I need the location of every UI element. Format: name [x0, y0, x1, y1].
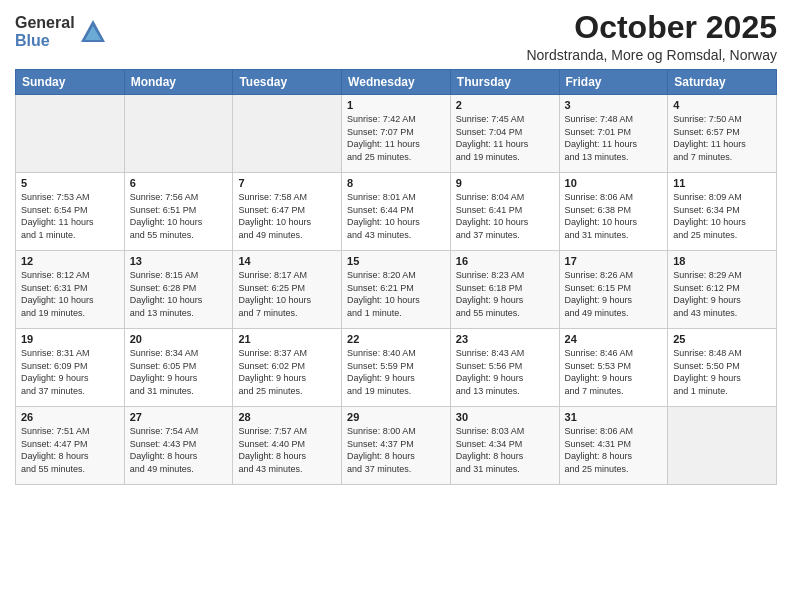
cell-content: Sunrise: 8:40 AM Sunset: 5:59 PM Dayligh… [347, 347, 445, 397]
cell-content: Sunrise: 7:51 AM Sunset: 4:47 PM Dayligh… [21, 425, 119, 475]
calendar-cell: 12Sunrise: 8:12 AM Sunset: 6:31 PM Dayli… [16, 251, 125, 329]
location-title: Nordstranda, More og Romsdal, Norway [526, 47, 777, 63]
day-number: 3 [565, 99, 663, 111]
cell-content: Sunrise: 8:26 AM Sunset: 6:15 PM Dayligh… [565, 269, 663, 319]
calendar-cell: 10Sunrise: 8:06 AM Sunset: 6:38 PM Dayli… [559, 173, 668, 251]
calendar-header: SundayMondayTuesdayWednesdayThursdayFrid… [16, 70, 777, 95]
day-number: 8 [347, 177, 445, 189]
day-number: 7 [238, 177, 336, 189]
cell-content: Sunrise: 7:56 AM Sunset: 6:51 PM Dayligh… [130, 191, 228, 241]
day-number: 9 [456, 177, 554, 189]
col-header-tuesday: Tuesday [233, 70, 342, 95]
cell-content: Sunrise: 7:45 AM Sunset: 7:04 PM Dayligh… [456, 113, 554, 163]
calendar-cell: 5Sunrise: 7:53 AM Sunset: 6:54 PM Daylig… [16, 173, 125, 251]
calendar-cell: 6Sunrise: 7:56 AM Sunset: 6:51 PM Daylig… [124, 173, 233, 251]
day-number: 31 [565, 411, 663, 423]
cell-content: Sunrise: 8:48 AM Sunset: 5:50 PM Dayligh… [673, 347, 771, 397]
day-number: 24 [565, 333, 663, 345]
day-number: 16 [456, 255, 554, 267]
week-row-3: 12Sunrise: 8:12 AM Sunset: 6:31 PM Dayli… [16, 251, 777, 329]
cell-content: Sunrise: 8:00 AM Sunset: 4:37 PM Dayligh… [347, 425, 445, 475]
month-title: October 2025 [526, 10, 777, 45]
day-number: 17 [565, 255, 663, 267]
calendar-cell: 2Sunrise: 7:45 AM Sunset: 7:04 PM Daylig… [450, 95, 559, 173]
cell-content: Sunrise: 7:42 AM Sunset: 7:07 PM Dayligh… [347, 113, 445, 163]
day-number: 23 [456, 333, 554, 345]
calendar-cell: 1Sunrise: 7:42 AM Sunset: 7:07 PM Daylig… [342, 95, 451, 173]
cell-content: Sunrise: 8:23 AM Sunset: 6:18 PM Dayligh… [456, 269, 554, 319]
cell-content: Sunrise: 8:43 AM Sunset: 5:56 PM Dayligh… [456, 347, 554, 397]
day-number: 28 [238, 411, 336, 423]
cell-content: Sunrise: 8:09 AM Sunset: 6:34 PM Dayligh… [673, 191, 771, 241]
cell-content: Sunrise: 7:48 AM Sunset: 7:01 PM Dayligh… [565, 113, 663, 163]
day-number: 21 [238, 333, 336, 345]
day-number: 2 [456, 99, 554, 111]
calendar-cell: 20Sunrise: 8:34 AM Sunset: 6:05 PM Dayli… [124, 329, 233, 407]
calendar-cell: 19Sunrise: 8:31 AM Sunset: 6:09 PM Dayli… [16, 329, 125, 407]
day-number: 30 [456, 411, 554, 423]
day-number: 29 [347, 411, 445, 423]
col-header-friday: Friday [559, 70, 668, 95]
logo-general-text: General [15, 14, 75, 32]
calendar-cell [16, 95, 125, 173]
cell-content: Sunrise: 8:03 AM Sunset: 4:34 PM Dayligh… [456, 425, 554, 475]
day-number: 27 [130, 411, 228, 423]
calendar-cell: 14Sunrise: 8:17 AM Sunset: 6:25 PM Dayli… [233, 251, 342, 329]
calendar-cell [124, 95, 233, 173]
day-number: 14 [238, 255, 336, 267]
calendar-cell [668, 407, 777, 485]
calendar-cell: 3Sunrise: 7:48 AM Sunset: 7:01 PM Daylig… [559, 95, 668, 173]
cell-content: Sunrise: 8:12 AM Sunset: 6:31 PM Dayligh… [21, 269, 119, 319]
logo: General Blue [15, 14, 107, 49]
week-row-2: 5Sunrise: 7:53 AM Sunset: 6:54 PM Daylig… [16, 173, 777, 251]
cell-content: Sunrise: 8:31 AM Sunset: 6:09 PM Dayligh… [21, 347, 119, 397]
calendar-cell: 28Sunrise: 7:57 AM Sunset: 4:40 PM Dayli… [233, 407, 342, 485]
calendar-cell: 17Sunrise: 8:26 AM Sunset: 6:15 PM Dayli… [559, 251, 668, 329]
day-number: 19 [21, 333, 119, 345]
calendar-cell: 30Sunrise: 8:03 AM Sunset: 4:34 PM Dayli… [450, 407, 559, 485]
cell-content: Sunrise: 7:50 AM Sunset: 6:57 PM Dayligh… [673, 113, 771, 163]
col-header-thursday: Thursday [450, 70, 559, 95]
calendar-cell: 16Sunrise: 8:23 AM Sunset: 6:18 PM Dayli… [450, 251, 559, 329]
col-header-wednesday: Wednesday [342, 70, 451, 95]
calendar-cell: 13Sunrise: 8:15 AM Sunset: 6:28 PM Dayli… [124, 251, 233, 329]
calendar-cell: 24Sunrise: 8:46 AM Sunset: 5:53 PM Dayli… [559, 329, 668, 407]
col-header-sunday: Sunday [16, 70, 125, 95]
calendar-cell: 25Sunrise: 8:48 AM Sunset: 5:50 PM Dayli… [668, 329, 777, 407]
day-number: 13 [130, 255, 228, 267]
cell-content: Sunrise: 7:54 AM Sunset: 4:43 PM Dayligh… [130, 425, 228, 475]
calendar-body: 1Sunrise: 7:42 AM Sunset: 7:07 PM Daylig… [16, 95, 777, 485]
header: General Blue October 2025 Nordstranda, M… [15, 10, 777, 63]
day-number: 6 [130, 177, 228, 189]
calendar-cell: 8Sunrise: 8:01 AM Sunset: 6:44 PM Daylig… [342, 173, 451, 251]
day-number: 10 [565, 177, 663, 189]
cell-content: Sunrise: 8:29 AM Sunset: 6:12 PM Dayligh… [673, 269, 771, 319]
cell-content: Sunrise: 8:17 AM Sunset: 6:25 PM Dayligh… [238, 269, 336, 319]
day-number: 1 [347, 99, 445, 111]
week-row-1: 1Sunrise: 7:42 AM Sunset: 7:07 PM Daylig… [16, 95, 777, 173]
cell-content: Sunrise: 7:53 AM Sunset: 6:54 PM Dayligh… [21, 191, 119, 241]
col-header-saturday: Saturday [668, 70, 777, 95]
col-header-monday: Monday [124, 70, 233, 95]
day-number: 26 [21, 411, 119, 423]
cell-content: Sunrise: 8:04 AM Sunset: 6:41 PM Dayligh… [456, 191, 554, 241]
day-number: 5 [21, 177, 119, 189]
cell-content: Sunrise: 7:58 AM Sunset: 6:47 PM Dayligh… [238, 191, 336, 241]
calendar-cell: 15Sunrise: 8:20 AM Sunset: 6:21 PM Dayli… [342, 251, 451, 329]
day-number: 18 [673, 255, 771, 267]
cell-content: Sunrise: 8:06 AM Sunset: 4:31 PM Dayligh… [565, 425, 663, 475]
day-number: 4 [673, 99, 771, 111]
calendar-cell: 23Sunrise: 8:43 AM Sunset: 5:56 PM Dayli… [450, 329, 559, 407]
calendar-cell: 22Sunrise: 8:40 AM Sunset: 5:59 PM Dayli… [342, 329, 451, 407]
day-number: 12 [21, 255, 119, 267]
cell-content: Sunrise: 8:37 AM Sunset: 6:02 PM Dayligh… [238, 347, 336, 397]
calendar-cell: 4Sunrise: 7:50 AM Sunset: 6:57 PM Daylig… [668, 95, 777, 173]
calendar-cell: 18Sunrise: 8:29 AM Sunset: 6:12 PM Dayli… [668, 251, 777, 329]
calendar-cell [233, 95, 342, 173]
day-number: 11 [673, 177, 771, 189]
cell-content: Sunrise: 8:06 AM Sunset: 6:38 PM Dayligh… [565, 191, 663, 241]
title-area: October 2025 Nordstranda, More og Romsda… [526, 10, 777, 63]
day-number: 15 [347, 255, 445, 267]
calendar-cell: 27Sunrise: 7:54 AM Sunset: 4:43 PM Dayli… [124, 407, 233, 485]
cell-content: Sunrise: 8:46 AM Sunset: 5:53 PM Dayligh… [565, 347, 663, 397]
